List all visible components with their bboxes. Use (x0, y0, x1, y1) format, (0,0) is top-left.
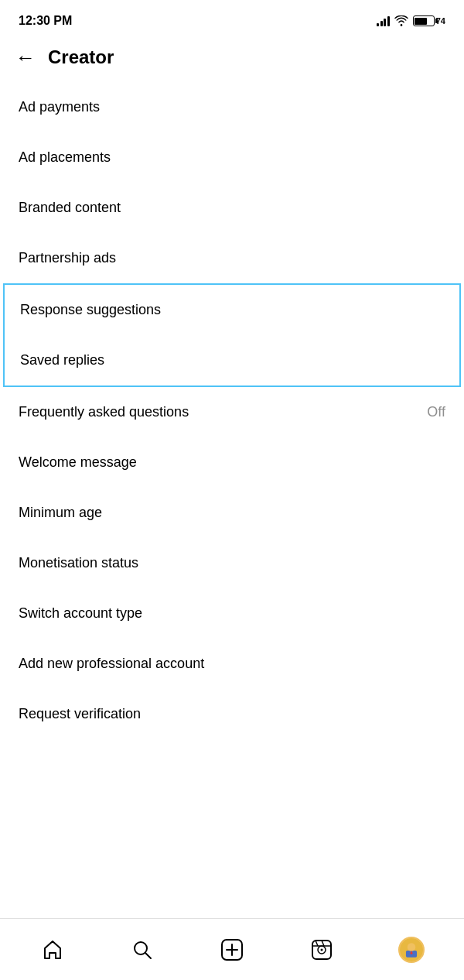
menu-item-partnership-ads[interactable]: Partnership ads (0, 233, 464, 283)
menu-item-label: Partnership ads (19, 250, 116, 266)
menu-item-response-suggestions[interactable]: Response suggestions (5, 285, 459, 335)
menu-item-branded-content[interactable]: Branded content (0, 183, 464, 233)
svg-line-1 (146, 953, 152, 958)
menu-item-label: Add new professional account (19, 656, 204, 672)
svg-line-9 (316, 941, 318, 946)
header: ← Creator (0, 39, 464, 82)
signal-icon (377, 15, 390, 26)
menu-item-label: Ad placements (19, 149, 111, 166)
menu-item-saved-replies[interactable]: Saved replies (5, 335, 459, 385)
home-icon (41, 938, 64, 961)
menu-item-label: Ad payments (19, 99, 100, 115)
menu-item-label: Saved replies (20, 352, 104, 368)
menu-item-label: Request verification (19, 706, 141, 722)
svg-point-0 (135, 942, 147, 954)
status-icons: 74 (377, 15, 445, 26)
menu-item-welcome-message[interactable]: Welcome message (0, 437, 464, 488)
menu-item-label: Switch account type (19, 605, 142, 622)
nav-search[interactable] (119, 927, 165, 973)
bottom-nav (0, 918, 464, 980)
nav-create[interactable] (209, 927, 255, 973)
nav-home[interactable] (29, 927, 76, 973)
menu-item-value: Off (427, 404, 445, 420)
menu-item-ad-payments[interactable]: Ad payments (0, 82, 464, 132)
menu-item-request-verification[interactable]: Request verification (0, 689, 464, 739)
menu-item-label: Monetisation status (19, 555, 138, 571)
svg-point-7 (321, 948, 323, 951)
wifi-icon (394, 15, 408, 26)
svg-point-13 (408, 943, 416, 951)
search-icon (131, 938, 154, 961)
menu-item-switch-account-type[interactable]: Switch account type (0, 588, 464, 639)
svg-line-10 (322, 941, 324, 946)
menu-item-label: Frequently asked questions (19, 404, 189, 420)
menu-item-label: Welcome message (19, 454, 137, 471)
avatar (398, 937, 425, 963)
menu-item-ad-placements[interactable]: Ad placements (0, 132, 464, 183)
battery-icon: 74 (413, 15, 445, 26)
back-button[interactable]: ← (15, 47, 36, 67)
nav-profile[interactable] (388, 927, 435, 973)
create-icon (220, 938, 244, 961)
menu-item-frequently-asked-questions[interactable]: Frequently asked questions Off (0, 387, 464, 437)
status-time: 12:30 PM (19, 14, 72, 28)
highlight-box: Response suggestions Saved replies (3, 283, 461, 387)
menu-item-monetisation-status[interactable]: Monetisation status (0, 538, 464, 588)
menu-list: Ad payments Ad placements Branded conten… (0, 82, 464, 918)
menu-item-label: Minimum age (19, 505, 102, 521)
menu-item-label: Branded content (19, 200, 121, 216)
menu-item-minimum-age[interactable]: Minimum age (0, 488, 464, 538)
menu-item-label: Response suggestions (20, 302, 161, 318)
reels-icon (310, 938, 333, 961)
status-bar: 12:30 PM 74 (0, 0, 464, 39)
nav-reels[interactable] (299, 927, 345, 973)
menu-item-add-professional-account[interactable]: Add new professional account (0, 639, 464, 689)
page-title: Creator (48, 46, 114, 68)
